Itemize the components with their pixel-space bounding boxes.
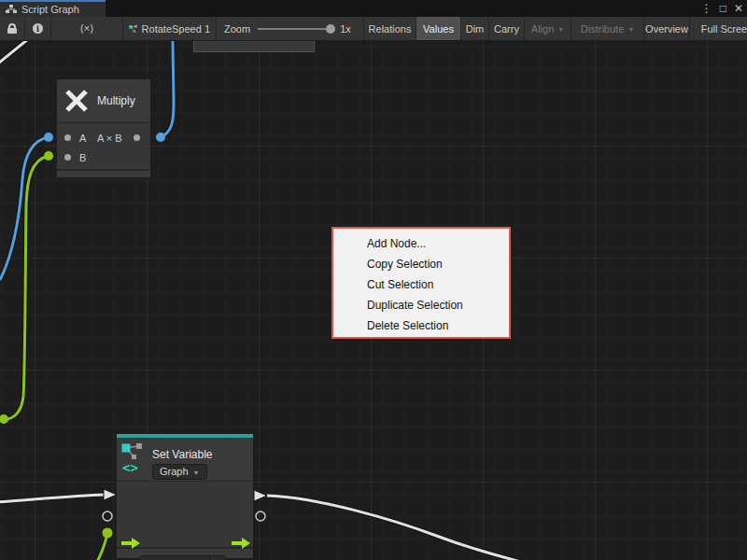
overview-button[interactable]: Overview	[644, 17, 690, 40]
menu-item-delete-selection[interactable]: Delete Selection	[333, 315, 509, 336]
relations-button[interactable]: Relations	[364, 17, 416, 40]
script-graph-window: Script Graph ⋮ □ ✕ i ⟨×⟩ RotateSpeed 1	[0, 0, 747, 560]
control-arrow-in	[104, 489, 117, 500]
wire-endpoint-green[interactable]	[44, 151, 53, 161]
chevron-down-icon: ▼	[627, 26, 634, 33]
port-label-b: B	[79, 152, 86, 163]
chevron-down-icon: ▼	[557, 26, 564, 33]
wire-green-bottom	[97, 533, 107, 560]
set-variable-body: ChangePos ▼	[117, 481, 253, 547]
port-label-output: A × B	[97, 133, 122, 144]
carry-button[interactable]: Carry	[489, 17, 525, 40]
graph-breadcrumb[interactable]: RotateSpeed 1	[123, 17, 217, 40]
wire-endpoint-green[interactable]	[0, 414, 8, 424]
lock-button[interactable]	[0, 17, 25, 40]
multiply-node-title: Multiply	[97, 94, 135, 107]
info-button[interactable]: i	[25, 17, 51, 40]
port-input-b[interactable]	[64, 154, 71, 161]
align-button[interactable]: Align ▼	[525, 17, 571, 40]
unconnected-port-right[interactable]	[256, 511, 265, 521]
set-variable-title: Set Variable	[152, 448, 212, 461]
overview-label: Overview	[645, 23, 688, 35]
variable-name-dropdown[interactable]: ChangePos ▼	[139, 555, 226, 560]
chevron-down-icon: ▼	[193, 469, 200, 476]
multiply-node-body: A A × B B	[57, 122, 150, 169]
graph-breadcrumb-label: RotateSpeed 1	[142, 23, 210, 35]
wire-green-input-b	[4, 156, 49, 419]
wire-white-control-out	[267, 496, 521, 560]
carry-label: Carry	[494, 23, 519, 35]
maximize-icon[interactable]: □	[720, 0, 726, 17]
set-variable-node[interactable]: <> Set Variable Graph ▼ ChangePos	[117, 434, 253, 558]
variable-scope-label: Graph	[160, 466, 189, 477]
values-label: Values	[423, 23, 454, 35]
set-variable-header[interactable]: <> Set Variable Graph ▼	[117, 438, 253, 481]
svg-text:<>: <>	[122, 460, 138, 475]
multiply-node-footer	[57, 169, 150, 177]
menu-item-copy-selection[interactable]: Copy Selection	[333, 254, 509, 274]
graph-canvas[interactable]: Multiply A A × B B <>	[0, 41, 747, 560]
full-screen-label: Full Screen	[701, 23, 747, 35]
values-button[interactable]: Values	[416, 17, 461, 40]
code-icon: ⟨×⟩	[79, 22, 93, 35]
menu-item-duplicate-selection[interactable]: Duplicate Selection	[333, 295, 509, 315]
zoom-control: Zoom 1x	[217, 17, 364, 40]
control-output-arrow[interactable]	[232, 538, 250, 549]
control-arrow-out	[254, 490, 267, 501]
menu-item-cut-selection[interactable]: Cut Selection	[333, 274, 509, 295]
port-input-a[interactable]	[64, 134, 71, 141]
window-controls: ⋮ □ ✕	[701, 0, 743, 17]
tab-script-graph[interactable]: Script Graph	[0, 0, 106, 17]
window-menu-icon[interactable]: ⋮	[701, 0, 712, 17]
zoom-slider-handle[interactable]	[326, 24, 335, 34]
distribute-label: Distribute	[581, 23, 624, 35]
distribute-button[interactable]: Distribute ▼	[571, 17, 644, 40]
wire-white-topleft	[0, 41, 28, 63]
wire-white-control-in	[0, 495, 105, 502]
zoom-slider[interactable]	[258, 28, 332, 30]
relations-label: Relations	[369, 23, 412, 35]
variable-name-dropdown-button[interactable]: ▼	[209, 556, 225, 560]
variable-name-label: ChangePos	[140, 556, 209, 560]
tab-bar: Script Graph ⋮ □ ✕	[0, 0, 747, 17]
multiply-node-header[interactable]: Multiply	[57, 79, 150, 122]
wire-endpoint-blue[interactable]	[156, 133, 165, 142]
control-input-arrow[interactable]	[121, 538, 140, 549]
context-menu: Add Node... Copy Selection Cut Selection…	[331, 227, 511, 339]
full-screen-button[interactable]: Full Screen	[690, 17, 747, 40]
wire-blue-output	[161, 41, 174, 137]
multiply-node[interactable]: Multiply A A × B B	[57, 79, 150, 177]
info-icon: i	[33, 23, 43, 34]
zoom-label: Zoom	[224, 23, 250, 35]
zoom-value: 1x	[340, 23, 351, 35]
close-icon[interactable]: ✕	[734, 0, 743, 17]
wire-endpoint-green[interactable]	[103, 528, 113, 539]
edit-code-button[interactable]: ⟨×⟩	[51, 17, 123, 40]
unconnected-port-left[interactable]	[103, 511, 112, 521]
lock-icon	[7, 23, 17, 34]
variable-scope-dropdown[interactable]: Graph ▼	[152, 464, 207, 480]
wire-endpoint-blue[interactable]	[44, 133, 53, 142]
tab-title: Script Graph	[21, 4, 79, 15]
graph-icon	[6, 5, 17, 14]
menu-item-add-node[interactable]: Add Node...	[333, 233, 509, 254]
align-label: Align	[531, 23, 554, 35]
script-graph-asset-icon	[129, 23, 138, 35]
port-label-a: A	[79, 133, 86, 144]
wire-blue-input-a	[0, 137, 49, 280]
port-output-axb[interactable]	[134, 134, 140, 141]
dim-button[interactable]: Dim	[461, 17, 489, 40]
set-variable-icon: <>	[121, 443, 148, 475]
multiply-icon	[63, 88, 90, 114]
partial-node-top[interactable]	[193, 41, 315, 52]
graph-toolbar: i ⟨×⟩ RotateSpeed 1 Zoom 1x Relations Va…	[0, 17, 747, 41]
dim-label: Dim	[466, 23, 485, 35]
